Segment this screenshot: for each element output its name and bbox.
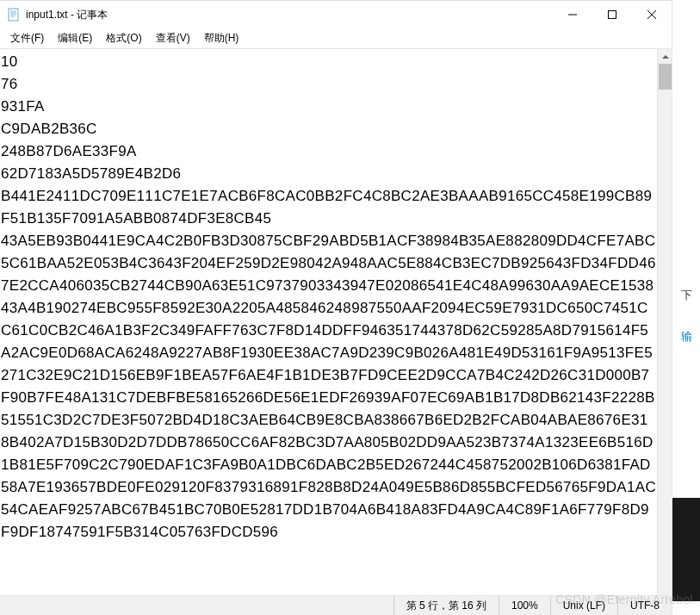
vertical-scrollbar[interactable] [657,49,672,595]
right-label-2: 输 [681,329,692,345]
maximize-button[interactable] [592,1,632,28]
menubar: 文件(F) 编辑(E) 格式(O) 查看(V) 帮助(H) [0,28,672,49]
close-button[interactable] [632,1,672,28]
titlebar: input1.txt - 记事本 [0,1,672,28]
right-dark-block [672,498,700,601]
scroll-up-arrow[interactable] [658,49,672,64]
text-area[interactable]: 10 76 931FA C9DAB2B36C 248B87D6AE33F9A 6… [0,49,657,595]
menu-view[interactable]: 查看(V) [149,29,197,47]
app-icon [7,8,21,22]
window-title: input1.txt - 记事本 [26,8,553,22]
status-line-ending: Unix (LF) [550,596,617,615]
svg-marker-9 [662,55,669,59]
notepad-window: input1.txt - 记事本 文件(F) 编辑(E) 格式(O) 查看(V)… [0,0,672,615]
statusbar: 第 5 行，第 16 列 100% Unix (LF) UTF-8 [0,595,672,615]
window-controls [553,1,672,28]
menu-edit[interactable]: 编辑(E) [51,29,99,47]
menu-format[interactable]: 格式(O) [99,29,148,47]
menu-help[interactable]: 帮助(H) [197,29,246,47]
scroll-thumb[interactable] [659,64,672,90]
status-zoom: 100% [499,596,550,615]
svg-rect-6 [609,11,616,19]
right-label-1: 下 [681,288,692,303]
status-encoding: UTF-8 [617,596,672,615]
right-side-panel: 下 输 [672,0,700,615]
status-cursor: 第 5 行，第 16 列 [393,596,499,615]
minimize-button[interactable] [553,1,592,28]
content-wrapper: 10 76 931FA C9DAB2B36C 248B87D6AE33F9A 6… [0,49,672,595]
menu-file[interactable]: 文件(F) [3,29,51,47]
